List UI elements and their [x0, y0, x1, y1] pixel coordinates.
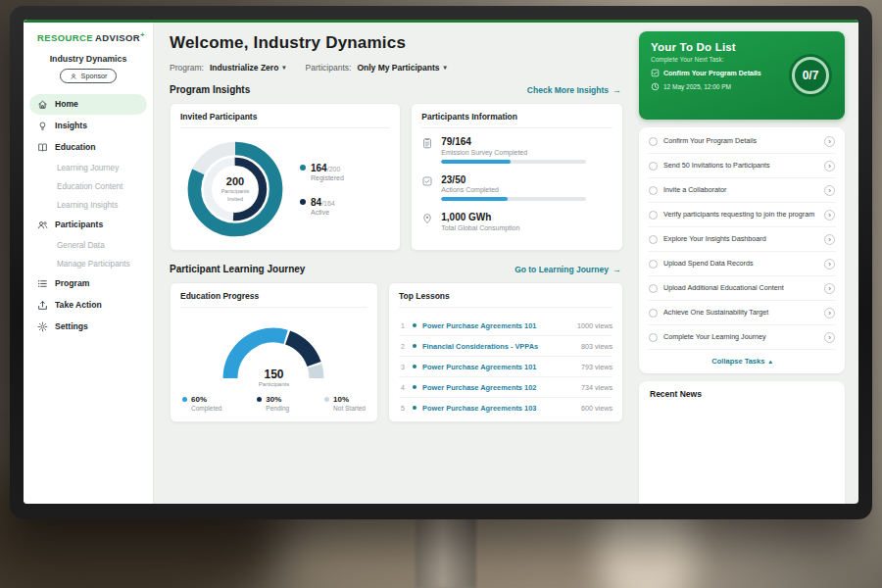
lesson-row: 5Power Purchase Agreements 103600 views	[399, 398, 612, 417]
lesson-link[interactable]: Power Purchase Agreements 101	[422, 321, 571, 330]
lesson-row: 4Power Purchase Agreements 102734 views	[399, 377, 612, 398]
lesson-views: 793 views	[581, 363, 612, 371]
task-checkbox-icon[interactable]	[649, 333, 658, 342]
lesson-link[interactable]: Power Purchase Agreements 103	[422, 404, 575, 413]
todo-progress-value: 0/7	[787, 52, 834, 99]
org-name: Industry Dynamics	[24, 54, 153, 64]
section-title-program-insights: Program Insights	[170, 84, 250, 95]
stat-list: 79/164Emission Survey Completed23/50Acti…	[421, 136, 612, 231]
task-chevron-icon[interactable]: ›	[824, 234, 835, 245]
lesson-row: 1Power Purchase Agreements 1011000 views	[399, 316, 612, 336]
gauge-center-value: 150	[212, 368, 335, 381]
task-label: Confirm Your Program Details	[663, 136, 818, 146]
settings-icon	[37, 321, 48, 332]
task-checkbox-icon[interactable]	[649, 186, 658, 195]
sidebar-item-settings[interactable]: Settings	[29, 317, 147, 337]
stat-label: Actions Completed	[441, 186, 586, 193]
task-chevron-icon[interactable]: ›	[824, 185, 835, 196]
sidebar-item-program[interactable]: Program	[29, 273, 147, 294]
background-scene: RESOURCEADVISOR+ Industry Dynamics Spons…	[0, 0, 882, 588]
sidebar-item-participants[interactable]: Participants	[29, 215, 147, 235]
todo-task-row[interactable]: Achieve One Sustainability Target›	[648, 301, 836, 325]
task-chevron-icon[interactable]: ›	[824, 210, 835, 220]
donut-legend-item: 164/200Registered	[300, 163, 344, 181]
participants-select[interactable]: Only My Participants ▾	[357, 63, 446, 73]
todo-next-task[interactable]: Confirm Your Program Details	[651, 69, 784, 77]
collapse-tasks-link[interactable]: Collapse Tasks ▴	[648, 350, 836, 370]
task-checkbox-icon[interactable]	[649, 284, 658, 293]
task-chevron-icon[interactable]: ›	[824, 283, 835, 294]
todo-task-row[interactable]: Upload Additional Educational Content›	[648, 276, 836, 301]
sidebar-item-general-data[interactable]: General Data	[29, 236, 147, 254]
sidebar-item-education[interactable]: Education	[29, 137, 147, 158]
todo-task-row[interactable]: Invite a Collaborator›	[648, 178, 836, 203]
sidebar: RESOURCEADVISOR+ Industry Dynamics Spons…	[24, 20, 154, 504]
lesson-rank: 3	[399, 364, 407, 370]
education-icon	[37, 142, 48, 153]
lesson-link[interactable]: Financial Considerations - VPPAs	[422, 342, 575, 351]
app-window: RESOURCEADVISOR+ Industry Dynamics Spons…	[24, 20, 858, 504]
todo-task-list: Confirm Your Program Details›Send 50 Inv…	[648, 129, 836, 350]
sidebar-item-label: Education	[55, 143, 96, 152]
task-label: Upload Additional Educational Content	[663, 283, 818, 293]
participants-filter-label: Participants:	[306, 63, 352, 73]
consumption-icon	[421, 213, 433, 224]
survey-icon	[421, 137, 433, 149]
todo-task-row[interactable]: Confirm Your Program Details›	[648, 129, 836, 154]
lesson-row: 2Financial Considerations - VPPAs803 vie…	[399, 336, 612, 357]
task-chevron-icon[interactable]: ›	[824, 161, 835, 172]
program-insights-cards: Invited Participants 200 Participants In…	[170, 103, 623, 251]
sidebar-item-label: Education Content	[57, 182, 122, 191]
task-checkbox-icon[interactable]	[649, 211, 658, 220]
stat-row: 79/164Emission Survey Completed	[421, 136, 612, 164]
todo-task-row[interactable]: Verify participants requesting to join t…	[648, 203, 836, 227]
sidebar-item-insights[interactable]: Insights	[29, 116, 147, 136]
sidebar-item-learning-insights[interactable]: Learning Insights	[29, 196, 147, 214]
legend-dot-icon	[182, 397, 187, 402]
todo-next-task-label: Confirm Your Program Details	[663, 70, 761, 76]
stat-value: 23/50	[441, 174, 586, 185]
card-title: Education Progress	[180, 291, 368, 308]
todo-task-row[interactable]: Send 50 Invitations to Participants›	[648, 154, 836, 178]
task-label: Explore Your Insights Dashboard	[663, 234, 818, 244]
sidebar-item-manage-participants[interactable]: Manage Participants	[29, 255, 147, 272]
task-label: Upload Spend Data Records	[663, 259, 818, 269]
check-more-insights-link[interactable]: Check More Insights →	[527, 85, 621, 95]
education-progress-gauge-chart: 150 Participants	[212, 316, 335, 387]
task-checkbox-icon[interactable]	[649, 309, 658, 318]
task-chevron-icon[interactable]: ›	[824, 308, 835, 318]
lesson-bullet-icon	[413, 365, 416, 368]
stat-value: 1,000 GWh	[441, 212, 519, 222]
program-icon	[37, 278, 48, 289]
logo-text-secondary: ADVISOR	[95, 32, 140, 43]
lesson-link[interactable]: Power Purchase Agreements 101	[422, 363, 575, 371]
sidebar-item-home[interactable]: Home	[29, 94, 147, 115]
insights-icon	[37, 121, 48, 131]
todo-task-row[interactable]: Upload Spend Data Records›	[648, 252, 836, 276]
todo-next-task-time: 12 May 2025, 12:00 PM	[651, 82, 784, 91]
sidebar-item-education-content[interactable]: Education Content	[29, 177, 147, 195]
legend-value: 60%	[191, 395, 221, 404]
sponsor-badge[interactable]: Sponsor	[60, 69, 118, 83]
todo-progress-ring: 0/7	[787, 52, 834, 99]
program-select[interactable]: Industrialize Zero ▾	[210, 63, 286, 73]
sidebar-item-take-action[interactable]: Take Action	[29, 295, 147, 316]
task-checkbox-icon[interactable]	[649, 235, 658, 244]
task-chevron-icon[interactable]: ›	[824, 332, 835, 343]
todo-task-row[interactable]: Explore Your Insights Dashboard›	[648, 227, 836, 252]
learning-journey-cards: Education Progress 150 Participants 60%C…	[170, 282, 623, 422]
gauge-legend-item: 60%Completed	[182, 395, 221, 412]
recent-news-card[interactable]: Recent News	[639, 381, 845, 504]
todo-task-row[interactable]: Complete Your Learning Journey›	[648, 325, 836, 350]
participants-select-value: Only My Participants	[357, 63, 439, 73]
sidebar-nav: HomeInsightsEducationLearning JourneyEdu…	[24, 92, 153, 337]
task-checkbox-icon[interactable]	[649, 137, 658, 146]
arrow-right-icon: →	[612, 265, 621, 274]
task-checkbox-icon[interactable]	[649, 260, 658, 269]
sidebar-item-learning-journey[interactable]: Learning Journey	[29, 159, 147, 176]
task-checkbox-icon[interactable]	[649, 162, 658, 171]
task-chevron-icon[interactable]: ›	[824, 259, 835, 270]
go-to-learning-journey-link[interactable]: Go to Learning Journey →	[514, 265, 621, 274]
task-chevron-icon[interactable]: ›	[824, 136, 835, 147]
lesson-link[interactable]: Power Purchase Agreements 102	[422, 383, 575, 392]
